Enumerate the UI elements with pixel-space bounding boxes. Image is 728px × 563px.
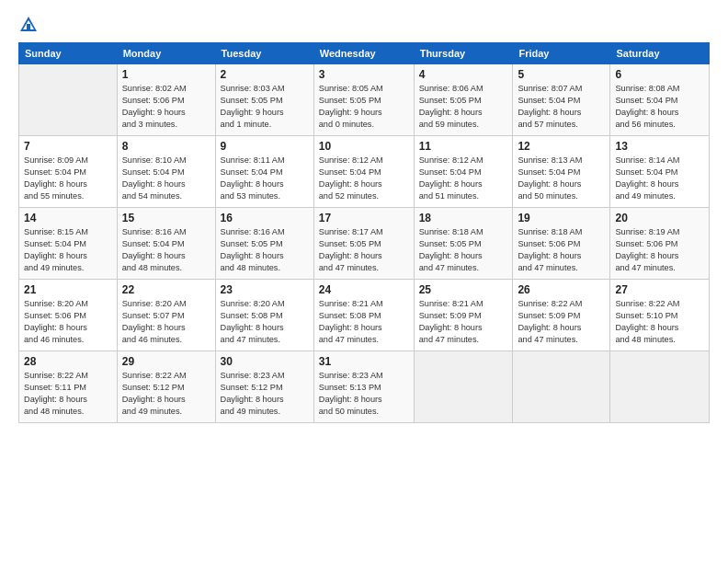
cell-sun-info: Sunrise: 8:18 AM Sunset: 5:06 PM Dayligh… [518,226,605,274]
day-number: 8 [122,140,210,153]
cell-sun-info: Sunrise: 8:14 AM Sunset: 5:04 PM Dayligh… [615,155,704,202]
calendar-cell: 7Sunrise: 8:09 AM Sunset: 5:04 PM Daylig… [19,136,118,208]
calendar-cell: 31Sunrise: 8:23 AM Sunset: 5:13 PM Dayli… [313,351,414,423]
cell-sun-info: Sunrise: 8:03 AM Sunset: 5:05 PM Dayligh… [221,83,309,131]
calendar-row-0: 1Sunrise: 8:02 AM Sunset: 5:06 PM Daylig… [19,64,710,136]
calendar-cell: 27Sunrise: 8:22 AM Sunset: 5:10 PM Dayli… [610,280,710,351]
cell-sun-info: Sunrise: 8:17 AM Sunset: 5:05 PM Dayligh… [319,226,409,274]
cell-sun-info: Sunrise: 8:21 AM Sunset: 5:09 PM Dayligh… [419,298,508,346]
day-number: 5 [518,68,605,81]
calendar-cell [19,64,118,136]
svg-rect-2 [27,24,30,29]
day-number: 28 [24,355,112,368]
cell-sun-info: Sunrise: 8:18 AM Sunset: 5:05 PM Dayligh… [419,226,508,274]
day-number: 7 [24,140,112,153]
cell-sun-info: Sunrise: 8:09 AM Sunset: 5:04 PM Dayligh… [24,155,112,202]
calendar-cell: 14Sunrise: 8:15 AM Sunset: 5:04 PM Dayli… [19,208,118,280]
day-number: 13 [615,140,704,153]
calendar-cell: 3Sunrise: 8:05 AM Sunset: 5:05 PM Daylig… [313,64,414,136]
cell-sun-info: Sunrise: 8:22 AM Sunset: 5:10 PM Dayligh… [615,298,704,346]
calendar-cell: 4Sunrise: 8:06 AM Sunset: 5:05 PM Daylig… [414,64,513,136]
cell-sun-info: Sunrise: 8:21 AM Sunset: 5:08 PM Dayligh… [319,298,409,346]
calendar-cell: 8Sunrise: 8:10 AM Sunset: 5:04 PM Daylig… [117,136,215,208]
calendar-cell: 10Sunrise: 8:12 AM Sunset: 5:04 PM Dayli… [313,136,414,208]
calendar-cell: 22Sunrise: 8:20 AM Sunset: 5:07 PM Dayli… [117,280,215,351]
day-number: 31 [319,355,409,368]
calendar-cell: 18Sunrise: 8:18 AM Sunset: 5:05 PM Dayli… [414,208,513,280]
day-number: 29 [122,355,210,368]
cell-sun-info: Sunrise: 8:23 AM Sunset: 5:13 PM Dayligh… [319,370,409,418]
calendar-row-1: 7Sunrise: 8:09 AM Sunset: 5:04 PM Daylig… [19,136,710,208]
day-number: 20 [615,212,704,224]
cell-sun-info: Sunrise: 8:12 AM Sunset: 5:04 PM Dayligh… [319,155,409,202]
calendar-cell: 12Sunrise: 8:13 AM Sunset: 5:04 PM Dayli… [513,136,610,208]
cell-sun-info: Sunrise: 8:02 AM Sunset: 5:06 PM Dayligh… [122,83,210,131]
cell-sun-info: Sunrise: 8:20 AM Sunset: 5:06 PM Dayligh… [24,298,112,346]
calendar-cell: 28Sunrise: 8:22 AM Sunset: 5:11 PM Dayli… [19,351,118,423]
calendar-cell: 6Sunrise: 8:08 AM Sunset: 5:04 PM Daylig… [610,64,710,136]
calendar-page: SundayMondayTuesdayWednesdayThursdayFrid… [0,0,728,563]
weekday-header-sunday: Sunday [19,43,118,64]
day-number: 17 [319,212,409,224]
cell-sun-info: Sunrise: 8:06 AM Sunset: 5:05 PM Dayligh… [419,83,508,131]
calendar-cell: 20Sunrise: 8:19 AM Sunset: 5:06 PM Dayli… [610,208,710,280]
calendar-cell: 23Sunrise: 8:20 AM Sunset: 5:08 PM Dayli… [215,280,313,351]
cell-sun-info: Sunrise: 8:22 AM Sunset: 5:11 PM Dayligh… [24,370,112,418]
day-number: 18 [419,212,508,224]
calendar-cell: 2Sunrise: 8:03 AM Sunset: 5:05 PM Daylig… [215,64,313,136]
calendar-cell: 16Sunrise: 8:16 AM Sunset: 5:05 PM Dayli… [215,208,313,280]
cell-sun-info: Sunrise: 8:11 AM Sunset: 5:04 PM Dayligh… [221,155,309,202]
day-number: 4 [419,68,508,81]
cell-sun-info: Sunrise: 8:07 AM Sunset: 5:04 PM Dayligh… [518,83,605,131]
weekday-header-row: SundayMondayTuesdayWednesdayThursdayFrid… [19,43,710,64]
cell-sun-info: Sunrise: 8:23 AM Sunset: 5:12 PM Dayligh… [221,370,309,418]
day-number: 11 [419,140,508,153]
calendar-cell: 26Sunrise: 8:22 AM Sunset: 5:09 PM Dayli… [513,280,610,351]
weekday-header-friday: Friday [513,43,610,64]
cell-sun-info: Sunrise: 8:19 AM Sunset: 5:06 PM Dayligh… [615,226,704,274]
day-number: 10 [319,140,409,153]
calendar-cell: 21Sunrise: 8:20 AM Sunset: 5:06 PM Dayli… [19,280,118,351]
logo-icon [18,15,39,35]
day-number: 19 [518,212,605,224]
calendar-body: 1Sunrise: 8:02 AM Sunset: 5:06 PM Daylig… [19,64,710,423]
calendar-cell: 5Sunrise: 8:07 AM Sunset: 5:04 PM Daylig… [513,64,610,136]
cell-sun-info: Sunrise: 8:20 AM Sunset: 5:08 PM Dayligh… [221,298,309,346]
day-number: 12 [518,140,605,153]
day-number: 30 [221,355,309,368]
calendar-cell: 30Sunrise: 8:23 AM Sunset: 5:12 PM Dayli… [215,351,313,423]
day-number: 6 [615,68,704,81]
weekday-header-monday: Monday [117,43,215,64]
calendar-cell: 19Sunrise: 8:18 AM Sunset: 5:06 PM Dayli… [513,208,610,280]
weekday-header-tuesday: Tuesday [215,43,313,64]
cell-sun-info: Sunrise: 8:12 AM Sunset: 5:04 PM Dayligh… [419,155,508,202]
calendar-table: SundayMondayTuesdayWednesdayThursdayFrid… [18,42,710,423]
calendar-cell: 9Sunrise: 8:11 AM Sunset: 5:04 PM Daylig… [215,136,313,208]
calendar-cell: 1Sunrise: 8:02 AM Sunset: 5:06 PM Daylig… [117,64,215,136]
cell-sun-info: Sunrise: 8:10 AM Sunset: 5:04 PM Dayligh… [122,155,210,202]
day-number: 27 [615,283,704,296]
day-number: 15 [122,212,210,224]
day-number: 22 [122,283,210,296]
cell-sun-info: Sunrise: 8:13 AM Sunset: 5:04 PM Dayligh… [518,155,605,202]
calendar-cell: 29Sunrise: 8:22 AM Sunset: 5:12 PM Dayli… [117,351,215,423]
cell-sun-info: Sunrise: 8:15 AM Sunset: 5:04 PM Dayligh… [24,226,112,274]
day-number: 23 [221,283,309,296]
day-number: 25 [419,283,508,296]
calendar-row-2: 14Sunrise: 8:15 AM Sunset: 5:04 PM Dayli… [19,208,710,280]
day-number: 3 [319,68,409,81]
day-number: 1 [122,68,210,81]
calendar-cell: 13Sunrise: 8:14 AM Sunset: 5:04 PM Dayli… [610,136,710,208]
day-number: 16 [221,212,309,224]
calendar-cell [414,351,513,423]
cell-sun-info: Sunrise: 8:20 AM Sunset: 5:07 PM Dayligh… [122,298,210,346]
calendar-cell: 25Sunrise: 8:21 AM Sunset: 5:09 PM Dayli… [414,280,513,351]
day-number: 21 [24,283,112,296]
cell-sun-info: Sunrise: 8:22 AM Sunset: 5:09 PM Dayligh… [518,298,605,346]
day-number: 24 [319,283,409,296]
day-number: 14 [24,212,112,224]
calendar-cell: 24Sunrise: 8:21 AM Sunset: 5:08 PM Dayli… [313,280,414,351]
calendar-row-4: 28Sunrise: 8:22 AM Sunset: 5:11 PM Dayli… [19,351,710,423]
calendar-cell [610,351,710,423]
cell-sun-info: Sunrise: 8:16 AM Sunset: 5:05 PM Dayligh… [221,226,309,274]
